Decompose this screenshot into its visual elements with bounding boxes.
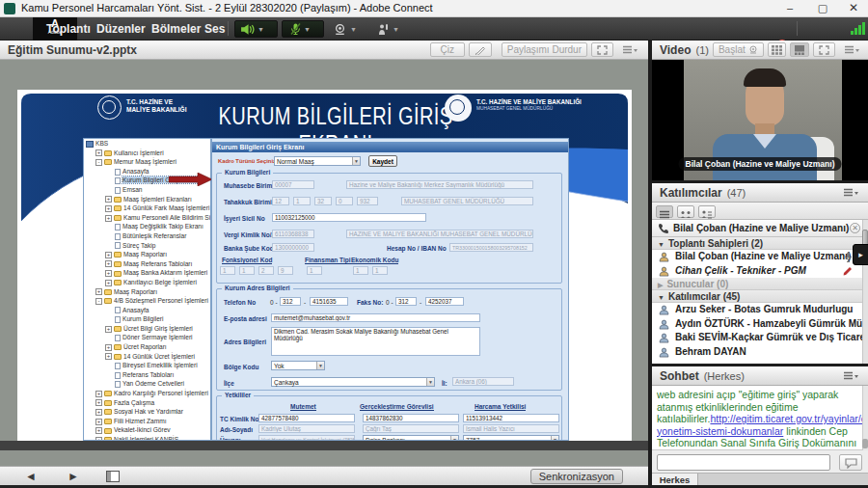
tree-item[interactable]: Maaş Değişiklik Takip Ekranı bbox=[84, 222, 210, 231]
tree-item[interactable]: Referans Tabloları bbox=[84, 370, 210, 380]
video-pod-menu[interactable] bbox=[839, 42, 864, 57]
tree-item[interactable]: +Fiili Hizmet Zammı bbox=[84, 417, 210, 426]
ilce-select[interactable]: Çankaya▼ bbox=[271, 377, 435, 387]
bolge-select[interactable]: Yok▼ bbox=[271, 361, 325, 370]
mic-button[interactable]: ▼ bbox=[282, 20, 324, 38]
eposta-input[interactable]: mutemet@muhasebat.gov.tr bbox=[271, 313, 480, 322]
tree-item[interactable]: Anasayfa bbox=[84, 306, 210, 315]
webcam-button[interactable]: ▼ bbox=[328, 20, 368, 38]
fonk-code-4[interactable]: 9 bbox=[278, 266, 293, 275]
tree-expander-icon[interactable]: + bbox=[105, 326, 112, 333]
tahakkuk-code-1[interactable]: 12 bbox=[272, 197, 289, 205]
isyeri-input[interactable]: 110032125000 bbox=[272, 213, 426, 222]
tree-item[interactable]: +Kanıtlayıcı Belge İşlemleri bbox=[84, 278, 210, 287]
video-start-button[interactable]: Başlat bbox=[713, 42, 764, 57]
tree-item[interactable]: -4/B Sözleşmeli Personel İşlemleri bbox=[84, 296, 210, 306]
participants-status-view-button[interactable] bbox=[698, 205, 716, 218]
sidebar-collapse-handle[interactable]: ▸ bbox=[853, 244, 868, 265]
chat-pod-menu[interactable] bbox=[838, 368, 863, 383]
participants-pod-menu[interactable] bbox=[838, 185, 863, 200]
tree-expander-icon[interactable]: + bbox=[105, 270, 112, 277]
tree-expander-icon[interactable]: + bbox=[105, 196, 112, 203]
tree-item[interactable]: +Maaş Raporları bbox=[84, 250, 210, 259]
active-speaker-close-icon[interactable]: ✕ bbox=[850, 223, 860, 233]
fonk-code-2[interactable]: 1 bbox=[239, 266, 255, 275]
tree-item[interactable]: Kurum Bilgileri bbox=[84, 314, 210, 324]
tree-item[interactable]: +Kadro Karşılığı Personel İşlemleri bbox=[84, 389, 210, 398]
kaydet-button[interactable]: Kaydet bbox=[368, 155, 397, 167]
minimize-button[interactable]: – bbox=[777, 0, 802, 16]
tree-expander-icon[interactable]: + bbox=[105, 260, 112, 267]
video-filmstrip-layout-button[interactable] bbox=[790, 42, 809, 57]
finansman-code[interactable]: 1 bbox=[307, 266, 322, 275]
tree-item[interactable]: +Maaş İşlemleri Ekranları bbox=[84, 195, 210, 204]
chat-send-button[interactable] bbox=[839, 454, 862, 471]
participant-row[interactable]: Bilal Çoban (Hazine ve Maliye Uzmanı) bbox=[652, 250, 862, 264]
participants-scrollbar[interactable] bbox=[862, 220, 868, 364]
muhasebe-name-input[interactable]: Hazine ve Maliye Bakanlığı Merkez Sayman… bbox=[346, 180, 533, 189]
tree-expander-icon[interactable]: + bbox=[105, 252, 112, 258]
mic-dropdown[interactable]: ▼ bbox=[304, 26, 311, 33]
participant-row[interactable]: Aydın ÖZTÜRK - Hamzabeyli Gümrük Müdürlü… bbox=[652, 317, 862, 332]
share-fullscreen-button[interactable] bbox=[591, 42, 613, 57]
tree-expander-icon[interactable]: + bbox=[105, 280, 112, 286]
tree-item[interactable]: +Fazla Çalışma bbox=[84, 398, 210, 408]
next-slide-button[interactable]: ► bbox=[68, 470, 79, 483]
tree-expander-icon[interactable]: + bbox=[95, 419, 102, 425]
status-button[interactable]: ▼ bbox=[372, 20, 413, 38]
tree-expander-icon[interactable]: + bbox=[95, 427, 102, 434]
panel-toggle-icon[interactable] bbox=[106, 471, 120, 482]
ad-input-3[interactable]: İsmail Halis Yazıcı bbox=[463, 424, 559, 433]
tahakkuk-code-2[interactable]: 1 bbox=[293, 197, 311, 205]
pen-button[interactable] bbox=[469, 42, 492, 57]
ekonomik-code-1[interactable]: 1 bbox=[353, 266, 368, 275]
tree-item[interactable]: +14 Günlük Ücret İşlemleri bbox=[84, 352, 210, 362]
tree-item[interactable]: +Kullanıcı İşlemleri bbox=[84, 149, 210, 158]
group-toggle-icon[interactable]: ▼ bbox=[658, 241, 665, 248]
tree-item[interactable]: Süreç Takip bbox=[84, 241, 210, 251]
chat-input[interactable] bbox=[657, 454, 830, 471]
hesap-input[interactable]: TR330001500158003295708152 bbox=[449, 243, 533, 252]
tree-expander-icon[interactable]: + bbox=[105, 344, 112, 351]
tree-item[interactable]: +Maaş Raporları bbox=[84, 287, 210, 297]
il-input[interactable]: Ankara (06) bbox=[452, 377, 514, 386]
chat-scrollbar[interactable] bbox=[862, 386, 868, 450]
fonk-code-3[interactable]: 2 bbox=[258, 266, 274, 275]
group-toggle-icon[interactable]: ▼ bbox=[658, 294, 665, 301]
status-dropdown[interactable]: ▼ bbox=[393, 26, 399, 33]
tree-item[interactable]: Bireysel Emeklilik İşlemleri bbox=[84, 361, 210, 370]
menu-bolmeler[interactable]: Bölmeler bbox=[151, 22, 201, 36]
video-grid-layout-button[interactable] bbox=[768, 42, 786, 57]
muhasebe-code-input[interactable]: 00007 bbox=[272, 180, 314, 189]
webcam-dropdown[interactable]: ▼ bbox=[350, 26, 357, 33]
participant-row[interactable]: Cihan Çelik - Tekniker - PGM bbox=[652, 264, 862, 279]
tree-item[interactable]: Döner Sermaye İşlemleri bbox=[84, 333, 210, 342]
tree-item[interactable]: -Memur Maaş İşlemleri bbox=[84, 157, 210, 167]
tree-item[interactable]: Emsan bbox=[84, 185, 210, 195]
faks-no-input[interactable]: 4252037 bbox=[425, 297, 464, 306]
tahakkuk-code-5[interactable]: 932 bbox=[357, 197, 378, 205]
ad-input-2[interactable]: Çağrı Taş bbox=[363, 424, 459, 433]
maximize-button[interactable]: ▢ bbox=[810, 0, 835, 16]
sync-button[interactable]: Senkronizasyon bbox=[530, 469, 623, 484]
tree-expander-icon[interactable]: + bbox=[95, 399, 102, 406]
tree-expander-icon[interactable]: + bbox=[105, 205, 112, 212]
adres-textarea[interactable]: Dikmen Cad. Merasim Sokak Maliye Bakanlı… bbox=[271, 327, 480, 356]
tree-item[interactable]: +Sosyal Hak ve Yardımlar bbox=[84, 407, 210, 417]
tree-expander-icon[interactable]: + bbox=[95, 391, 102, 397]
close-button[interactable]: ✕ bbox=[841, 0, 866, 16]
participants-breakout-view-button[interactable] bbox=[677, 205, 694, 218]
tree-item[interactable]: +Ücret Raporları bbox=[84, 342, 210, 352]
tree-expander-icon[interactable]: + bbox=[95, 149, 102, 156]
share-pod-menu[interactable] bbox=[617, 42, 642, 57]
draw-button[interactable]: Çiz bbox=[430, 42, 465, 57]
tree-expander-icon[interactable]: + bbox=[95, 288, 102, 295]
participants-group-header[interactable]: ▼Toplantı Sahipleri (2) bbox=[652, 237, 862, 250]
vergi-code-input[interactable]: 6110368838 bbox=[272, 230, 314, 238]
participant-row[interactable]: Arzu Seker - Botas Gumruk Mudurlugu bbox=[652, 303, 862, 317]
tree-item[interactable]: +Maaş Referans Tabloları bbox=[84, 259, 210, 269]
tahakkuk-code-4[interactable]: 0 bbox=[336, 197, 353, 205]
tahakkuk-code-3[interactable]: 32 bbox=[314, 197, 332, 205]
participant-row[interactable]: Baki SEVİM-Kaçkar Gümrük ve Dış Ticaret … bbox=[652, 331, 862, 345]
speaker-button[interactable]: ▼ bbox=[234, 20, 278, 38]
